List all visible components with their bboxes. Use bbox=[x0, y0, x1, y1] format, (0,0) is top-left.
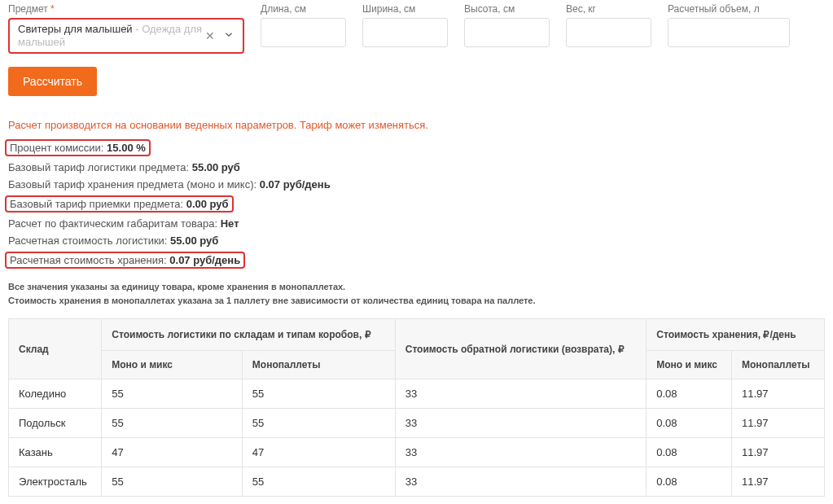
cell-log-mono: 55 bbox=[102, 379, 243, 409]
length-group: Длина, см bbox=[261, 3, 346, 47]
storage-base-line: Базовый тариф хранения предмета (моно и … bbox=[8, 178, 825, 191]
subject-group: Предмет * Свитеры для малышей - Одежда д… bbox=[8, 3, 244, 54]
form-row: Предмет * Свитеры для малышей - Одежда д… bbox=[8, 0, 825, 54]
table-row: Коледино 55 55 33 0.08 11.97 bbox=[9, 379, 825, 409]
weight-label: Вес, кг bbox=[566, 3, 651, 15]
actual-dims-label: Расчет по фактическим габаритам товара: bbox=[8, 217, 221, 230]
cell-ret: 33 bbox=[395, 379, 647, 409]
tariff-table: Склад Стоимость логистики по складам и т… bbox=[8, 318, 825, 497]
logistics-base-line: Базовый тариф логистики предмета: 55.00 … bbox=[8, 161, 825, 173]
required-mark: * bbox=[50, 3, 55, 15]
subject-value-main: Свитеры для малышей bbox=[18, 23, 133, 35]
commission-line: Процент комиссии: 15.00 % bbox=[8, 139, 825, 156]
table-row: Подольск 55 55 33 0.08 11.97 bbox=[9, 409, 825, 438]
table-row: Казань 47 47 33 0.08 11.97 bbox=[9, 438, 825, 467]
calc-storage-value: 0.07 руб/день bbox=[169, 254, 240, 266]
cell-st-pal: 11.97 bbox=[731, 438, 824, 467]
cell-log-mono: 47 bbox=[102, 438, 243, 467]
actual-dims-line: Расчет по фактическим габаритам товара: … bbox=[8, 217, 825, 230]
cell-st-mono: 0.08 bbox=[647, 467, 732, 497]
subject-select-value: Свитеры для малышей - Одежда для малышей bbox=[18, 23, 213, 48]
cell-ret: 33 bbox=[395, 467, 647, 497]
warning-text: Расчет производится на основании веденны… bbox=[8, 119, 825, 131]
footnote-2: Стоимость хранения в монопаллетах указан… bbox=[8, 294, 825, 308]
actual-dims-value: Нет bbox=[221, 217, 239, 230]
logistics-base-label: Базовый тариф логистики предмета: bbox=[8, 161, 192, 173]
cell-st-pal: 11.97 bbox=[731, 409, 824, 438]
cell-log-pal: 55 bbox=[242, 409, 395, 438]
calc-storage-line: Расчетная стоимость хранения: 0.07 руб/д… bbox=[8, 252, 825, 269]
table-row: Электросталь 55 55 33 0.08 11.97 bbox=[9, 467, 825, 497]
height-group: Высота, см bbox=[464, 3, 550, 47]
commission-value: 15.00 % bbox=[107, 142, 146, 154]
footnote: Все значения указаны за единицу товара, … bbox=[8, 280, 825, 307]
calc-logistics-value: 55.00 руб bbox=[170, 234, 218, 247]
footnote-1: Все значения указаны за единицу товара, … bbox=[8, 280, 825, 294]
width-input[interactable] bbox=[362, 18, 448, 47]
length-input[interactable] bbox=[261, 18, 346, 47]
volume-group: Расчетный объем, л bbox=[668, 3, 790, 47]
th-log-pal: Монопаллеты bbox=[242, 351, 395, 379]
commission-label: Процент комиссии: bbox=[10, 142, 107, 154]
calc-logistics-label: Расчетная стоимость логистики: bbox=[8, 234, 170, 247]
cell-st-mono: 0.08 bbox=[647, 409, 732, 438]
subject-label: Предмет * bbox=[8, 3, 244, 15]
intake-base-line: Базовый тариф приемки предмета: 0.00 руб bbox=[8, 195, 825, 213]
intake-base-label: Базовый тариф приемки предмета: bbox=[10, 198, 186, 210]
cell-wh: Коледино bbox=[9, 379, 102, 409]
subject-select[interactable]: Свитеры для малышей - Одежда для малышей… bbox=[8, 18, 244, 54]
cell-ret: 33 bbox=[395, 438, 647, 467]
cell-st-pal: 11.97 bbox=[731, 379, 824, 409]
cell-wh: Казань bbox=[9, 438, 102, 467]
table-body: Коледино 55 55 33 0.08 11.97 Подольск 55… bbox=[9, 379, 825, 497]
storage-base-value: 0.07 руб/день bbox=[260, 178, 331, 191]
cell-log-pal: 55 bbox=[242, 467, 395, 497]
height-input[interactable] bbox=[464, 18, 550, 47]
length-label: Длина, см bbox=[261, 3, 346, 15]
cell-ret: 33 bbox=[395, 409, 647, 438]
cell-log-pal: 55 bbox=[242, 379, 395, 409]
th-log-mono: Моно и микс bbox=[102, 351, 243, 379]
th-warehouse: Склад bbox=[9, 319, 102, 379]
calc-storage-label: Расчетная стоимость хранения: bbox=[10, 254, 169, 266]
intake-base-value: 0.00 руб bbox=[186, 198, 229, 210]
th-st-mono: Моно и микс bbox=[647, 351, 732, 379]
volume-label: Расчетный объем, л bbox=[668, 3, 790, 15]
width-label: Ширина, см bbox=[362, 3, 448, 15]
th-logistics: Стоимость логистики по складам и типам к… bbox=[102, 319, 395, 351]
cell-st-pal: 11.97 bbox=[731, 467, 824, 497]
th-st-pal: Монопаллеты bbox=[731, 351, 824, 379]
th-storage: Стоимость хранения, ₽/день bbox=[647, 319, 825, 351]
cell-log-pal: 47 bbox=[242, 438, 395, 467]
storage-base-label: Базовый тариф хранения предмета (моно и … bbox=[8, 178, 260, 191]
th-return: Стоимость обратной логистики (возврата),… bbox=[395, 319, 647, 379]
cell-wh: Подольск bbox=[9, 409, 102, 438]
weight-input[interactable] bbox=[566, 18, 651, 47]
cell-st-mono: 0.08 bbox=[647, 379, 732, 409]
volume-input[interactable] bbox=[668, 18, 790, 47]
cell-log-mono: 55 bbox=[102, 467, 243, 497]
subject-label-text: Предмет bbox=[8, 3, 48, 15]
cell-log-mono: 55 bbox=[102, 409, 243, 438]
width-group: Ширина, см bbox=[362, 3, 448, 47]
cell-wh: Электросталь bbox=[9, 467, 102, 497]
close-icon[interactable]: ✕ bbox=[205, 29, 215, 42]
calculate-button[interactable]: Рассчитать bbox=[8, 67, 97, 96]
height-label: Высота, см bbox=[464, 3, 550, 15]
weight-group: Вес, кг bbox=[566, 3, 651, 47]
chevron-down-icon[interactable] bbox=[223, 29, 235, 43]
logistics-base-value: 55.00 руб bbox=[192, 161, 240, 173]
cell-st-mono: 0.08 bbox=[647, 438, 732, 467]
calc-logistics-line: Расчетная стоимость логистики: 55.00 руб bbox=[8, 234, 825, 247]
